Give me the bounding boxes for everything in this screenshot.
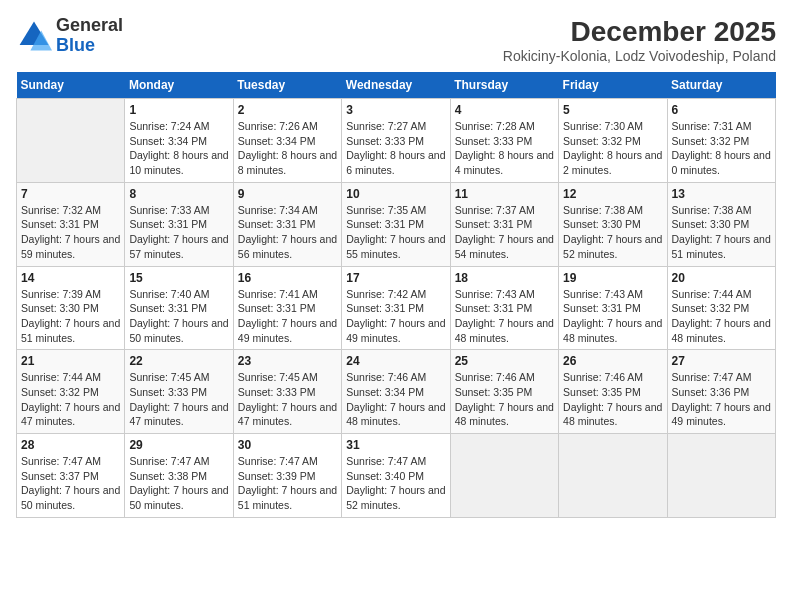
day-info: Sunrise: 7:41 AMSunset: 3:31 PMDaylight:… <box>238 287 337 346</box>
day-cell: 8 Sunrise: 7:33 AMSunset: 3:31 PMDayligh… <box>125 182 233 266</box>
day-info: Sunrise: 7:39 AMSunset: 3:30 PMDaylight:… <box>21 287 120 346</box>
day-cell: 7 Sunrise: 7:32 AMSunset: 3:31 PMDayligh… <box>17 182 125 266</box>
day-cell: 20 Sunrise: 7:44 AMSunset: 3:32 PMDaylig… <box>667 266 775 350</box>
day-info: Sunrise: 7:33 AMSunset: 3:31 PMDaylight:… <box>129 203 228 262</box>
day-number: 28 <box>21 438 120 452</box>
day-cell: 28 Sunrise: 7:47 AMSunset: 3:37 PMDaylig… <box>17 434 125 518</box>
day-info: Sunrise: 7:34 AMSunset: 3:31 PMDaylight:… <box>238 203 337 262</box>
day-cell: 19 Sunrise: 7:43 AMSunset: 3:31 PMDaylig… <box>559 266 667 350</box>
day-cell: 24 Sunrise: 7:46 AMSunset: 3:34 PMDaylig… <box>342 350 450 434</box>
day-number: 12 <box>563 187 662 201</box>
day-number: 14 <box>21 271 120 285</box>
day-number: 8 <box>129 187 228 201</box>
day-number: 10 <box>346 187 445 201</box>
day-cell: 2 Sunrise: 7:26 AMSunset: 3:34 PMDayligh… <box>233 99 341 183</box>
page-subtitle: Rokiciny-Kolonia, Lodz Voivodeship, Pola… <box>503 48 776 64</box>
day-number: 20 <box>672 271 771 285</box>
header-sunday: Sunday <box>17 72 125 99</box>
day-cell: 14 Sunrise: 7:39 AMSunset: 3:30 PMDaylig… <box>17 266 125 350</box>
logo-blue: Blue <box>56 35 95 55</box>
week-row-1: 7 Sunrise: 7:32 AMSunset: 3:31 PMDayligh… <box>17 182 776 266</box>
day-cell <box>17 99 125 183</box>
day-number: 9 <box>238 187 337 201</box>
calendar-body: 1 Sunrise: 7:24 AMSunset: 3:34 PMDayligh… <box>17 99 776 518</box>
day-cell: 10 Sunrise: 7:35 AMSunset: 3:31 PMDaylig… <box>342 182 450 266</box>
day-info: Sunrise: 7:27 AMSunset: 3:33 PMDaylight:… <box>346 119 445 178</box>
calendar-table: SundayMondayTuesdayWednesdayThursdayFrid… <box>16 72 776 518</box>
logo-text: General Blue <box>56 16 123 56</box>
title-block: December 2025 Rokiciny-Kolonia, Lodz Voi… <box>503 16 776 64</box>
header-wednesday: Wednesday <box>342 72 450 99</box>
day-number: 26 <box>563 354 662 368</box>
day-info: Sunrise: 7:32 AMSunset: 3:31 PMDaylight:… <box>21 203 120 262</box>
day-info: Sunrise: 7:31 AMSunset: 3:32 PMDaylight:… <box>672 119 771 178</box>
logo: General Blue <box>16 16 123 56</box>
day-cell: 12 Sunrise: 7:38 AMSunset: 3:30 PMDaylig… <box>559 182 667 266</box>
day-info: Sunrise: 7:46 AMSunset: 3:35 PMDaylight:… <box>563 370 662 429</box>
day-info: Sunrise: 7:45 AMSunset: 3:33 PMDaylight:… <box>129 370 228 429</box>
day-info: Sunrise: 7:38 AMSunset: 3:30 PMDaylight:… <box>672 203 771 262</box>
day-cell: 23 Sunrise: 7:45 AMSunset: 3:33 PMDaylig… <box>233 350 341 434</box>
week-row-2: 14 Sunrise: 7:39 AMSunset: 3:30 PMDaylig… <box>17 266 776 350</box>
day-info: Sunrise: 7:47 AMSunset: 3:38 PMDaylight:… <box>129 454 228 513</box>
day-info: Sunrise: 7:26 AMSunset: 3:34 PMDaylight:… <box>238 119 337 178</box>
day-cell <box>667 434 775 518</box>
day-info: Sunrise: 7:47 AMSunset: 3:37 PMDaylight:… <box>21 454 120 513</box>
day-number: 7 <box>21 187 120 201</box>
header-tuesday: Tuesday <box>233 72 341 99</box>
day-number: 15 <box>129 271 228 285</box>
week-row-3: 21 Sunrise: 7:44 AMSunset: 3:32 PMDaylig… <box>17 350 776 434</box>
day-number: 23 <box>238 354 337 368</box>
day-info: Sunrise: 7:43 AMSunset: 3:31 PMDaylight:… <box>455 287 554 346</box>
day-info: Sunrise: 7:37 AMSunset: 3:31 PMDaylight:… <box>455 203 554 262</box>
day-number: 29 <box>129 438 228 452</box>
day-cell: 1 Sunrise: 7:24 AMSunset: 3:34 PMDayligh… <box>125 99 233 183</box>
page-title: December 2025 <box>503 16 776 48</box>
logo-general: General <box>56 15 123 35</box>
day-cell <box>559 434 667 518</box>
day-cell: 6 Sunrise: 7:31 AMSunset: 3:32 PMDayligh… <box>667 99 775 183</box>
day-cell: 16 Sunrise: 7:41 AMSunset: 3:31 PMDaylig… <box>233 266 341 350</box>
day-info: Sunrise: 7:24 AMSunset: 3:34 PMDaylight:… <box>129 119 228 178</box>
week-row-4: 28 Sunrise: 7:47 AMSunset: 3:37 PMDaylig… <box>17 434 776 518</box>
day-info: Sunrise: 7:28 AMSunset: 3:33 PMDaylight:… <box>455 119 554 178</box>
day-cell: 29 Sunrise: 7:47 AMSunset: 3:38 PMDaylig… <box>125 434 233 518</box>
day-number: 22 <box>129 354 228 368</box>
day-number: 27 <box>672 354 771 368</box>
day-cell: 3 Sunrise: 7:27 AMSunset: 3:33 PMDayligh… <box>342 99 450 183</box>
day-cell: 30 Sunrise: 7:47 AMSunset: 3:39 PMDaylig… <box>233 434 341 518</box>
day-info: Sunrise: 7:47 AMSunset: 3:40 PMDaylight:… <box>346 454 445 513</box>
week-row-0: 1 Sunrise: 7:24 AMSunset: 3:34 PMDayligh… <box>17 99 776 183</box>
day-cell: 17 Sunrise: 7:42 AMSunset: 3:31 PMDaylig… <box>342 266 450 350</box>
header-monday: Monday <box>125 72 233 99</box>
day-info: Sunrise: 7:43 AMSunset: 3:31 PMDaylight:… <box>563 287 662 346</box>
day-cell: 5 Sunrise: 7:30 AMSunset: 3:32 PMDayligh… <box>559 99 667 183</box>
day-number: 1 <box>129 103 228 117</box>
day-info: Sunrise: 7:46 AMSunset: 3:34 PMDaylight:… <box>346 370 445 429</box>
header-saturday: Saturday <box>667 72 775 99</box>
day-info: Sunrise: 7:38 AMSunset: 3:30 PMDaylight:… <box>563 203 662 262</box>
header-thursday: Thursday <box>450 72 558 99</box>
day-info: Sunrise: 7:45 AMSunset: 3:33 PMDaylight:… <box>238 370 337 429</box>
logo-icon <box>16 18 52 54</box>
day-cell: 25 Sunrise: 7:46 AMSunset: 3:35 PMDaylig… <box>450 350 558 434</box>
header-row: SundayMondayTuesdayWednesdayThursdayFrid… <box>17 72 776 99</box>
day-cell: 13 Sunrise: 7:38 AMSunset: 3:30 PMDaylig… <box>667 182 775 266</box>
day-number: 19 <box>563 271 662 285</box>
calendar-header: SundayMondayTuesdayWednesdayThursdayFrid… <box>17 72 776 99</box>
page-header: General Blue December 2025 Rokiciny-Kolo… <box>16 16 776 64</box>
day-number: 13 <box>672 187 771 201</box>
day-info: Sunrise: 7:46 AMSunset: 3:35 PMDaylight:… <box>455 370 554 429</box>
day-number: 30 <box>238 438 337 452</box>
day-number: 24 <box>346 354 445 368</box>
day-cell: 15 Sunrise: 7:40 AMSunset: 3:31 PMDaylig… <box>125 266 233 350</box>
day-cell: 31 Sunrise: 7:47 AMSunset: 3:40 PMDaylig… <box>342 434 450 518</box>
day-cell <box>450 434 558 518</box>
day-number: 3 <box>346 103 445 117</box>
day-info: Sunrise: 7:47 AMSunset: 3:39 PMDaylight:… <box>238 454 337 513</box>
day-cell: 9 Sunrise: 7:34 AMSunset: 3:31 PMDayligh… <box>233 182 341 266</box>
day-cell: 18 Sunrise: 7:43 AMSunset: 3:31 PMDaylig… <box>450 266 558 350</box>
day-cell: 26 Sunrise: 7:46 AMSunset: 3:35 PMDaylig… <box>559 350 667 434</box>
day-cell: 11 Sunrise: 7:37 AMSunset: 3:31 PMDaylig… <box>450 182 558 266</box>
day-info: Sunrise: 7:30 AMSunset: 3:32 PMDaylight:… <box>563 119 662 178</box>
